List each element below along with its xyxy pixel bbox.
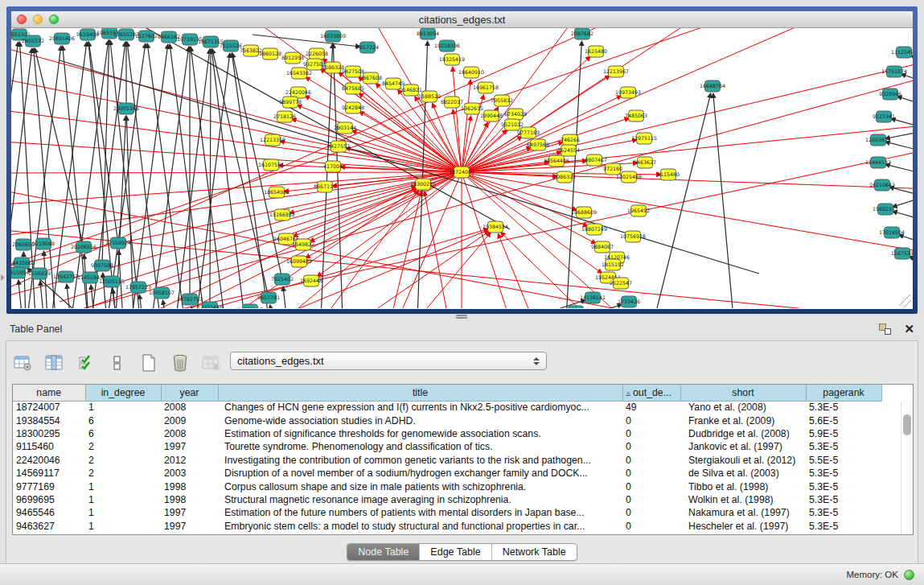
svg-text:1990448: 1990448 xyxy=(480,113,503,118)
column-header-title[interactable]: title xyxy=(218,385,622,401)
table-panel: Table Panel ✕ xyxy=(0,319,924,563)
svg-text:7625402: 7625402 xyxy=(271,276,294,282)
table-panel-body: f(x) citations_edges.txt namein_degreeye… xyxy=(6,340,918,563)
row-mode-icon[interactable] xyxy=(107,353,128,373)
svg-text:8454749: 8454749 xyxy=(382,80,405,86)
network-view-window: citations_edges.txt 20511012405572206914… xyxy=(6,6,918,314)
svg-text:1692448: 1692448 xyxy=(300,278,322,283)
delete-table-icon[interactable] xyxy=(201,353,222,373)
svg-text:9521012: 9521012 xyxy=(501,122,524,127)
show-columns-icon[interactable] xyxy=(44,353,65,373)
svg-text:16648784: 16648784 xyxy=(700,83,725,89)
table-mode-icon[interactable] xyxy=(13,353,34,373)
svg-text:20206556: 20206556 xyxy=(71,244,97,249)
svg-text:9146821: 9146821 xyxy=(400,87,422,93)
svg-text:15166852: 15166852 xyxy=(269,212,295,217)
svg-text:1615480: 1615480 xyxy=(585,48,607,54)
column-header-pagerank[interactable]: pagerank xyxy=(806,385,881,401)
svg-text:1167533: 1167533 xyxy=(891,250,913,256)
table-selector[interactable]: citations_edges.txt xyxy=(230,352,547,370)
close-panel-icon[interactable]: ✕ xyxy=(904,323,914,335)
table-row[interactable]: 911546021997Tourette syndrome. Phenomeno… xyxy=(13,440,902,453)
svg-text:1549822: 1549822 xyxy=(292,241,314,247)
table-selector-value: citations_edges.txt xyxy=(237,355,324,367)
svg-text:2226058: 2226058 xyxy=(306,51,328,56)
tab-network-table[interactable]: Network Table xyxy=(492,544,577,560)
svg-text:9884067: 9884067 xyxy=(591,244,614,249)
svg-text:22420046: 22420046 xyxy=(285,89,311,95)
delete-column-icon[interactable] xyxy=(170,353,191,373)
table-row[interactable]: 2242004622012Investigating the contribut… xyxy=(13,454,902,467)
table-row[interactable]: 1938455462009Genome-wide association stu… xyxy=(13,414,902,426)
svg-text:1733426: 1733426 xyxy=(618,299,640,304)
svg-text:9227341: 9227341 xyxy=(873,113,895,119)
float-panel-icon[interactable] xyxy=(879,323,891,335)
collapse-arrow-icon[interactable] xyxy=(1,274,5,281)
svg-text:15692971: 15692971 xyxy=(873,206,898,212)
table-row[interactable]: 1872400712008Changes of HCN gene express… xyxy=(13,401,902,414)
svg-text:8186328: 8186328 xyxy=(322,64,344,70)
svg-text:7857224: 7857224 xyxy=(356,44,379,50)
svg-text:2087682: 2087682 xyxy=(571,31,593,36)
table-scrollbar-thumb[interactable] xyxy=(903,414,911,435)
network-canvas[interactable]: 2051101240557220691406951940810653378106… xyxy=(11,28,913,308)
table-row[interactable]: 1830029562008Estimation of significance … xyxy=(13,427,902,440)
svg-text:6734028: 6734028 xyxy=(504,111,527,117)
svg-text:16782753: 16782753 xyxy=(177,296,203,302)
column-header-in_degree[interactable]: in_degree xyxy=(85,385,161,401)
svg-text:18325419: 18325419 xyxy=(439,56,465,62)
svg-text:9519408: 9519408 xyxy=(76,31,99,37)
panel-title: Table Panel xyxy=(10,323,62,335)
svg-text:16033809: 16033809 xyxy=(320,33,346,39)
svg-text:10973493: 10973493 xyxy=(615,89,641,95)
column-header-out_de[interactable]: ▵out_de... xyxy=(622,385,680,401)
svg-text:8813054: 8813054 xyxy=(417,31,439,36)
svg-text:3915954: 3915954 xyxy=(11,270,29,275)
svg-text:18640910: 18640910 xyxy=(458,69,484,75)
svg-text:2867608: 2867608 xyxy=(359,75,382,80)
svg-text:12505115: 12505115 xyxy=(99,278,125,284)
svg-text:20691406: 20691406 xyxy=(49,35,75,41)
svg-text:1965492: 1965492 xyxy=(627,208,650,213)
svg-text:12093871: 12093871 xyxy=(865,137,891,142)
svg-text:2718126: 2718126 xyxy=(273,113,296,119)
svg-text:1362615: 1362615 xyxy=(461,105,483,111)
column-header-year[interactable]: year xyxy=(161,385,218,401)
svg-text:9329966: 9329966 xyxy=(879,91,901,97)
splitter-handle[interactable] xyxy=(456,314,467,319)
table-row[interactable]: 946362711997Embryonic stem cells: a mode… xyxy=(13,520,902,533)
svg-text:9427508: 9427508 xyxy=(342,68,364,74)
svg-text:7485063: 7485063 xyxy=(625,113,647,118)
column-header-name[interactable]: name xyxy=(13,385,85,401)
svg-text:14569117: 14569117 xyxy=(237,307,263,308)
table-row[interactable]: 969969511998Structural magnetic resonanc… xyxy=(13,493,902,506)
svg-text:746266: 746266 xyxy=(561,137,580,142)
svg-text:8667110: 8667110 xyxy=(314,183,336,189)
table-panel-header: Table Panel ✕ xyxy=(0,319,924,339)
window-titlebar[interactable]: citations_edges.txt xyxy=(11,11,913,28)
tab-node-table[interactable]: Node Table xyxy=(347,544,420,560)
svg-text:972160: 972160 xyxy=(603,166,622,171)
svg-text:1156829: 1156829 xyxy=(28,270,51,276)
svg-text:9857791: 9857791 xyxy=(257,295,280,300)
svg-text:9115460: 9115460 xyxy=(657,171,680,177)
table-row[interactable]: 946554611997Estimation of the future num… xyxy=(13,506,902,519)
new-column-icon[interactable] xyxy=(138,353,159,373)
svg-text:12213967: 12213967 xyxy=(603,68,629,74)
table-scrollbar[interactable] xyxy=(901,402,913,534)
status-bar: Memory: OK xyxy=(0,563,924,585)
table-row[interactable]: 1456911722003Disruption of a novel membe… xyxy=(13,467,902,480)
svg-text:18435061: 18435061 xyxy=(11,260,35,266)
svg-text:15751074: 15751074 xyxy=(881,68,907,74)
select-columns-icon[interactable] xyxy=(76,353,97,373)
table-row[interactable]: 977716911998Corpus callosum shape and si… xyxy=(13,480,902,492)
node-table-grid[interactable]: namein_degreeyeartitle▵out_de...shortpag… xyxy=(13,385,902,533)
tab-edge-table[interactable]: Edge Table xyxy=(420,544,491,560)
column-header-short[interactable]: short xyxy=(680,385,806,401)
svg-text:7515526: 7515526 xyxy=(220,43,242,48)
svg-text:1588520: 1588520 xyxy=(418,93,441,99)
svg-text:17957223: 17957223 xyxy=(125,284,151,290)
svg-text:8822037: 8822037 xyxy=(441,99,463,105)
svg-text:7986322: 7986322 xyxy=(553,174,576,179)
svg-text:20564486: 20564486 xyxy=(544,158,569,163)
